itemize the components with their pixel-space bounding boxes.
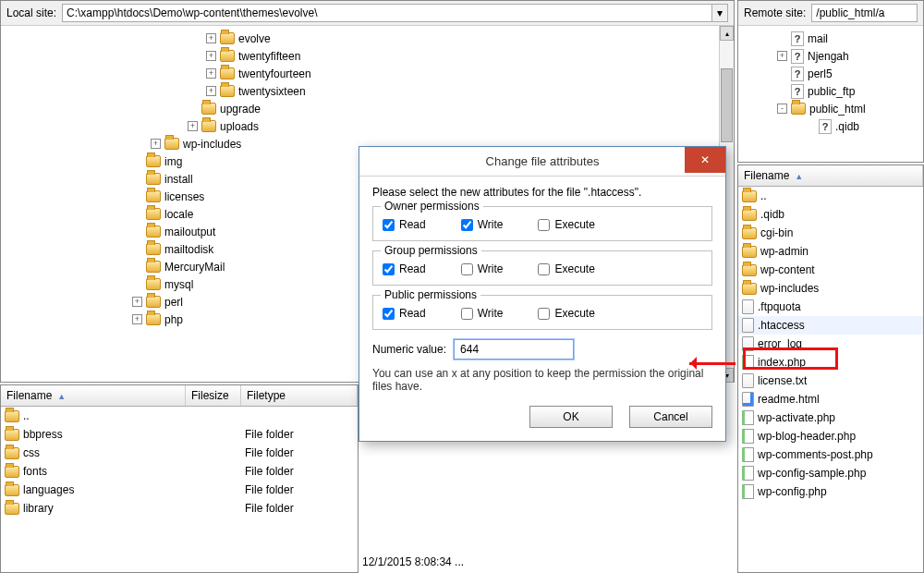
- unknown-icon: ?: [791, 67, 804, 81]
- list-item[interactable]: wp-blog-header.php: [738, 427, 923, 445]
- list-item[interactable]: .ftpquota: [738, 298, 923, 316]
- remote-path-input[interactable]: [811, 4, 918, 22]
- list-item[interactable]: ..: [1, 407, 358, 425]
- write-checkbox[interactable]: Write: [461, 262, 504, 275]
- expand-toggle[interactable]: [132, 244, 142, 254]
- cancel-button[interactable]: Cancel: [629, 406, 712, 428]
- read-checkbox[interactable]: Read: [383, 218, 426, 231]
- expand-toggle[interactable]: [188, 104, 198, 114]
- list-item[interactable]: cssFile folder: [1, 444, 358, 462]
- close-button[interactable]: ✕: [685, 147, 725, 173]
- remote-panel: Remote site: ?mail+?Njengah?perl5?public…: [737, 0, 924, 163]
- scroll-thumb[interactable]: [721, 68, 733, 142]
- expand-toggle[interactable]: +: [188, 121, 198, 131]
- list-item[interactable]: libraryFile folder: [1, 499, 358, 518]
- permission-group: Owner permissions Read Write Execute: [372, 206, 712, 241]
- read-checkbox[interactable]: Read: [383, 262, 426, 275]
- execute-checkbox[interactable]: Execute: [538, 262, 594, 275]
- dialog-instruction: Please select the new attributes for the…: [372, 186, 712, 199]
- unknown-icon: ?: [791, 31, 804, 46]
- file-type: File folder: [245, 428, 294, 441]
- list-item[interactable]: cgi-bin: [738, 224, 923, 242]
- col-filesize[interactable]: Filesize: [186, 385, 241, 406]
- dialog-titlebar[interactable]: Change file attributes ✕: [359, 147, 725, 177]
- write-checkbox[interactable]: Write: [461, 307, 504, 320]
- list-item[interactable]: license.txt: [738, 372, 923, 390]
- tree-item[interactable]: ?.qidb: [740, 117, 921, 135]
- expand-toggle[interactable]: [132, 174, 142, 184]
- expand-toggle[interactable]: [805, 121, 815, 131]
- folder-icon: [5, 447, 19, 459]
- file-name: fonts: [23, 465, 47, 478]
- remote-col-filename[interactable]: Filename▲: [738, 165, 923, 186]
- ok-button[interactable]: OK: [529, 406, 613, 428]
- expand-toggle[interactable]: [777, 68, 787, 79]
- remote-file-list[interactable]: ...qidbcgi-binwp-adminwp-contentwp-inclu…: [738, 187, 923, 501]
- tree-item[interactable]: +evolve: [3, 30, 717, 47]
- folder-icon: [146, 155, 161, 167]
- local-site-label: Local site:: [6, 6, 56, 19]
- tree-item[interactable]: upgrade: [3, 100, 717, 117]
- remote-tree[interactable]: ?mail+?Njengah?perl5?public_ftp-public_h…: [738, 26, 923, 139]
- expand-toggle[interactable]: +: [206, 68, 216, 79]
- expand-toggle[interactable]: +: [777, 51, 787, 61]
- file-icon: [742, 318, 754, 333]
- expand-toggle[interactable]: [132, 191, 142, 201]
- list-item[interactable]: .qidb: [738, 205, 923, 224]
- write-checkbox[interactable]: Write: [461, 218, 504, 231]
- list-item[interactable]: wp-config.php: [738, 482, 923, 501]
- local-path-dropdown[interactable]: ▾: [711, 4, 728, 22]
- expand-toggle[interactable]: [132, 209, 142, 219]
- expand-toggle[interactable]: [777, 86, 787, 96]
- local-list-header: Filename▲ Filesize Filetype: [1, 385, 358, 407]
- list-item[interactable]: fontsFile folder: [1, 462, 358, 481]
- expand-toggle[interactable]: -: [777, 104, 787, 114]
- read-checkbox[interactable]: Read: [383, 307, 426, 320]
- php-file-icon: [742, 410, 754, 425]
- expand-toggle[interactable]: [777, 33, 787, 43]
- expand-toggle[interactable]: [132, 262, 142, 272]
- list-item[interactable]: wp-activate.php: [738, 408, 923, 427]
- numeric-value-input[interactable]: [454, 339, 574, 360]
- expand-toggle[interactable]: [132, 279, 142, 289]
- expand-toggle[interactable]: +: [206, 86, 216, 96]
- list-item[interactable]: languagesFile folder: [1, 481, 358, 499]
- folder-icon: [5, 410, 19, 422]
- list-item[interactable]: wp-config-sample.php: [738, 464, 923, 482]
- col-filetype[interactable]: Filetype: [241, 385, 358, 406]
- tree-item[interactable]: +twentysixteen: [3, 82, 717, 100]
- list-item[interactable]: wp-admin: [738, 242, 923, 261]
- expand-toggle[interactable]: +: [151, 139, 161, 149]
- tree-item[interactable]: ?public_ftp: [740, 82, 921, 100]
- list-item[interactable]: wp-includes: [738, 279, 923, 298]
- expand-toggle[interactable]: [132, 156, 142, 166]
- unknown-icon: ?: [819, 119, 832, 134]
- tree-item[interactable]: -public_html: [740, 100, 921, 117]
- scroll-up-button[interactable]: ▴: [720, 26, 734, 41]
- execute-checkbox[interactable]: Execute: [538, 218, 594, 231]
- expand-toggle[interactable]: +: [132, 297, 142, 307]
- local-file-list[interactable]: ..bbpressFile foldercssFile folderfontsF…: [1, 407, 358, 518]
- list-item[interactable]: bbpressFile folder: [1, 425, 358, 444]
- list-item[interactable]: wp-content: [738, 261, 923, 279]
- col-filename[interactable]: Filename▲: [1, 385, 186, 406]
- expand-toggle[interactable]: +: [206, 51, 216, 61]
- expand-toggle[interactable]: [132, 226, 142, 237]
- tree-item[interactable]: +twentyfourteen: [3, 65, 717, 82]
- expand-toggle[interactable]: +: [206, 33, 216, 43]
- list-item[interactable]: wp-comments-post.php: [738, 445, 923, 464]
- file-type: File folder: [245, 483, 294, 496]
- tree-item[interactable]: ?perl5: [740, 65, 921, 82]
- list-item[interactable]: ..: [738, 187, 923, 205]
- local-path-input[interactable]: [62, 4, 711, 22]
- file-name: wp-includes: [760, 282, 819, 295]
- expand-toggle[interactable]: +: [132, 314, 142, 324]
- list-item[interactable]: .htaccess: [738, 316, 923, 335]
- tree-item[interactable]: +uploads: [3, 117, 717, 135]
- tree-item[interactable]: +twentyfifteen: [3, 47, 717, 65]
- execute-checkbox[interactable]: Execute: [538, 307, 594, 320]
- tree-item[interactable]: +?Njengah: [740, 47, 921, 65]
- file-name: ..: [760, 189, 767, 202]
- list-item[interactable]: readme.html: [738, 390, 923, 408]
- tree-item[interactable]: ?mail: [740, 30, 921, 47]
